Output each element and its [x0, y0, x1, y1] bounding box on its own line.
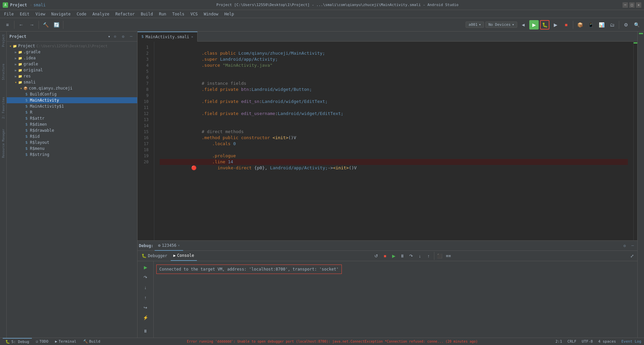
- debug-frames-button[interactable]: ⬛: [436, 252, 444, 260]
- menu-window[interactable]: Window: [201, 11, 221, 17]
- search-everywhere-button[interactable]: 🔍: [632, 20, 641, 30]
- menu-tools[interactable]: Tools: [170, 11, 187, 17]
- menu-navigate[interactable]: Navigate: [49, 11, 73, 17]
- close-button[interactable]: ✕: [636, 2, 641, 8]
- panel-minimize-button[interactable]: ─: [128, 33, 135, 40]
- toolbar-menu-button[interactable]: ≡: [3, 20, 12, 30]
- folder-icon: 📁: [18, 56, 22, 60]
- resource-manager-toggle[interactable]: Resource Manager: [2, 127, 5, 159]
- toolbar-prev-device[interactable]: ◄: [519, 20, 528, 30]
- debug-session-tab[interactable]: ⚙ 123456 ✕: [155, 241, 183, 251]
- menu-view[interactable]: View: [33, 11, 48, 17]
- debug-step-out[interactable]: ↑: [425, 252, 433, 260]
- debug-toolbar: 🐛 Debugger ▶ Console ↺ ■ ▶ ⏸ ↷ ↓ ↑ ⬛ ≡≡: [138, 251, 637, 261]
- debug-step-over[interactable]: ↷: [407, 252, 415, 260]
- tree-item-rid[interactable]: S R$id: [7, 133, 137, 139]
- tree-item-rattr[interactable]: S R$attr: [7, 115, 137, 121]
- tree-item-package[interactable]: ▾ 📦 com.qianyu.zhuceji: [7, 85, 137, 91]
- debug-run-side-button[interactable]: ▶: [141, 263, 150, 272]
- tree-item-idea[interactable]: ▶ 📁 .idea: [7, 55, 137, 61]
- menu-vcs[interactable]: VCS: [188, 11, 201, 17]
- run-button[interactable]: ▶: [529, 20, 539, 30]
- maximize-button[interactable]: □: [629, 2, 635, 8]
- debug-close-button[interactable]: ─: [629, 242, 636, 249]
- tree-item-rlayout[interactable]: S R$layout: [7, 139, 137, 146]
- debug-settings-button[interactable]: ⚙: [621, 242, 628, 249]
- debug-stop-side[interactable]: ■: [141, 336, 150, 338]
- sidebar-project-toggle[interactable]: Project: [2, 33, 5, 48]
- debug-session-close[interactable]: ✕: [178, 243, 180, 247]
- event-log-link[interactable]: Event Log: [621, 339, 641, 344]
- bottom-tab-debug[interactable]: 🐛 5: Debug: [3, 338, 32, 345]
- tree-item-res[interactable]: ▶ 📁 res: [7, 73, 137, 79]
- toolbar-back-button[interactable]: ←: [16, 20, 26, 30]
- bottom-tab-terminal[interactable]: ▶ Terminal: [52, 338, 79, 345]
- code-content[interactable]: .class public Lcom/qianyu/zhuceji/MainAc…: [154, 42, 633, 240]
- debug-resume-button[interactable]: ▶: [390, 252, 398, 260]
- debug-panel-maximize[interactable]: ⤢: [628, 252, 636, 260]
- console-tab[interactable]: ▶ Console: [171, 251, 197, 261]
- toolbar-sync-button[interactable]: 🔄: [52, 20, 61, 30]
- debug-run-to-cursor[interactable]: ↪: [141, 303, 150, 312]
- tree-item-rmenu[interactable]: S R$menu: [7, 146, 137, 152]
- menu-edit[interactable]: Edit: [17, 11, 32, 17]
- panel-options-button[interactable]: ⚙: [120, 33, 126, 40]
- config-selector[interactable]: a001 ▾: [466, 21, 484, 28]
- debug-step-into-side[interactable]: ↓: [141, 283, 150, 292]
- project-breadcrumb[interactable]: Project: [10, 3, 27, 7]
- menu-analyze[interactable]: Analyze: [90, 11, 112, 17]
- minimize-button[interactable]: ─: [623, 2, 628, 8]
- tree-item-buildconfig[interactable]: S BuildConfig: [7, 91, 137, 97]
- run-with-coverage-button[interactable]: ▶: [551, 20, 560, 30]
- device-explorer-button[interactable]: 🗂: [607, 20, 617, 30]
- tree-item-rdrawable[interactable]: S R$drawable: [7, 127, 137, 133]
- avd-manager-button[interactable]: 📱: [586, 20, 595, 30]
- debug-stop-button[interactable]: ■: [381, 252, 389, 260]
- toolbar-forward-button[interactable]: →: [27, 20, 37, 30]
- sidebar-favorites-toggle[interactable]: 2: Favorites: [2, 96, 5, 120]
- tree-item-gradle-dir[interactable]: ▶ 📁 .gradle: [7, 49, 137, 55]
- debug-pause-button[interactable]: ⏸: [398, 252, 407, 260]
- tree-item-rdimen[interactable]: S R$dimen: [7, 121, 137, 127]
- tree-item-r[interactable]: S R: [7, 109, 137, 115]
- tab-close-button[interactable]: ✕: [191, 35, 193, 39]
- debug-button[interactable]: 🐛: [540, 20, 549, 30]
- debugger-tab[interactable]: 🐛 Debugger: [139, 251, 170, 261]
- toolbar-build-button[interactable]: 🔨: [41, 20, 50, 30]
- editor-tab-mainactivity[interactable]: S MainActivity.smali ✕: [138, 32, 198, 42]
- tree-item-rstring[interactable]: S R$string: [7, 152, 137, 158]
- menu-refactor[interactable]: Refactor: [113, 11, 138, 17]
- smali-breadcrumb[interactable]: smali: [34, 3, 46, 7]
- debug-threads-button[interactable]: ≡≡: [444, 252, 452, 260]
- debug-step-into[interactable]: ↓: [416, 252, 424, 260]
- debug-evaluate[interactable]: ⚡: [141, 313, 150, 322]
- menu-code[interactable]: Code: [74, 11, 89, 17]
- project-panel-title: Project: [9, 34, 107, 39]
- tree-item-original[interactable]: ▶ 📁 original: [7, 67, 137, 73]
- device-selector[interactable]: No Devices ▾: [485, 21, 517, 28]
- console-label: Console: [177, 253, 194, 258]
- sidebar-structure-toggle[interactable]: Structure: [2, 62, 5, 81]
- stop-button[interactable]: ■: [561, 20, 571, 30]
- bottom-tab-build[interactable]: 🔨 Build: [80, 338, 103, 345]
- debug-rerun-button[interactable]: ↺: [372, 252, 380, 260]
- menu-build[interactable]: Build: [138, 11, 156, 17]
- sdk-manager-button[interactable]: 📦: [575, 20, 585, 30]
- tree-item-smali[interactable]: ▾ 📁 smali: [7, 79, 137, 85]
- bottom-tab-todo[interactable]: ☑ TODO: [33, 338, 51, 345]
- menu-run[interactable]: Run: [156, 11, 169, 17]
- debug-step-out-side[interactable]: ↑: [141, 293, 150, 302]
- panel-locate-button[interactable]: ⊙: [112, 33, 118, 40]
- menu-help[interactable]: Help: [222, 11, 237, 17]
- code-editor[interactable]: 1 2 3 4 5 6 7 8 9 10 11 12 13 14 15 16 1: [138, 42, 637, 240]
- debug-step-over-side[interactable]: ↷: [141, 273, 150, 282]
- menu-file[interactable]: File: [1, 11, 16, 17]
- settings-button[interactable]: ⚙: [621, 20, 631, 30]
- tree-item-gradle[interactable]: ▶ 📁 gradle: [7, 61, 137, 67]
- debug-pause-side[interactable]: ⏸: [141, 326, 150, 336]
- profiler-button[interactable]: 📊: [597, 20, 606, 30]
- tree-item-mainactivity[interactable]: S MainActivity: [7, 97, 137, 103]
- tree-root[interactable]: ▾ 📁 Project C:\Users\12550\Desktop\1\Pro…: [7, 43, 137, 49]
- tree-item-mainactivity1[interactable]: S MainActivity$1: [7, 103, 137, 109]
- smali-file-icon: S: [25, 111, 28, 114]
